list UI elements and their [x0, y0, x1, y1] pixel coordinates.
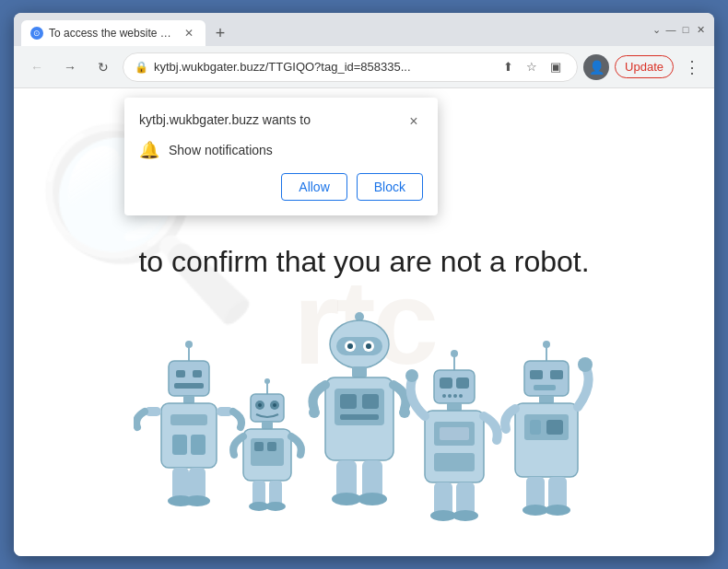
svg-rect-10: [191, 435, 205, 455]
dialog-header: kytbj.wukbgater.buzz wants to ×: [139, 112, 423, 131]
svg-point-48: [399, 407, 410, 418]
svg-point-40: [366, 343, 371, 349]
page-main-text: to confirm that you are not a robot.: [14, 245, 714, 279]
tab-title: To access the website click the "A: [49, 27, 176, 40]
title-bar: ⊙ To access the website click the "A ✕ +…: [14, 13, 714, 46]
svg-rect-28: [267, 442, 276, 451]
svg-rect-56: [440, 377, 452, 389]
dialog-notification-row: 🔔 Show notifications: [139, 140, 423, 160]
svg-point-18: [264, 378, 270, 384]
svg-rect-46: [340, 414, 379, 420]
svg-point-60: [453, 394, 457, 398]
share-icon-button[interactable]: ⬆: [498, 57, 518, 77]
back-button[interactable]: ←: [23, 53, 51, 81]
robots-illustration: [134, 308, 594, 547]
tab-area: ⊙ To access the website click the "A ✕ +: [21, 13, 639, 46]
minimize-button[interactable]: —: [664, 23, 677, 36]
bookmark-icon-button[interactable]: ☆: [522, 57, 542, 77]
svg-point-83: [578, 357, 593, 372]
svg-point-58: [442, 394, 446, 398]
bell-icon: 🔔: [139, 140, 159, 160]
address-actions: ⬆ ☆ ▣: [498, 57, 566, 77]
svg-rect-57: [456, 377, 469, 389]
svg-rect-45: [362, 394, 379, 409]
browser-window: ⊙ To access the website click the "A ✕ +…: [14, 13, 714, 556]
dialog-title: kytbj.wukbgater.buzz wants to: [139, 112, 311, 127]
profile-button[interactable]: 👤: [583, 54, 609, 80]
svg-rect-13: [172, 468, 189, 500]
svg-rect-7: [161, 403, 217, 468]
nav-bar: ← → ↻ 🔒 kytbj.wukbgater.buzz/TTGIQO?tag_…: [14, 46, 714, 88]
dialog-buttons: Allow Block: [139, 173, 423, 201]
svg-rect-82: [546, 420, 563, 435]
svg-rect-4: [193, 370, 202, 377]
svg-rect-2: [169, 361, 209, 396]
svg-rect-44: [340, 394, 357, 409]
svg-point-39: [347, 343, 353, 349]
svg-rect-78: [539, 396, 554, 403]
svg-point-23: [273, 403, 276, 407]
svg-point-52: [358, 493, 387, 505]
maximize-button[interactable]: □: [679, 23, 692, 36]
address-bar[interactable]: 🔒 kytbj.wukbgater.buzz/TTGIQO?tag_id=858…: [123, 52, 578, 82]
chevron-down-button[interactable]: ⌄: [650, 23, 663, 36]
svg-point-73: [543, 341, 550, 348]
svg-point-59: [448, 394, 452, 398]
menu-button[interactable]: ⋮: [679, 54, 705, 80]
notification-dialog: kytbj.wukbgater.buzz wants to × 🔔 Show n…: [124, 98, 438, 215]
svg-point-16: [184, 495, 210, 506]
allow-button[interactable]: Allow: [281, 173, 346, 201]
svg-rect-65: [440, 427, 469, 440]
svg-point-70: [430, 510, 456, 521]
dialog-close-button[interactable]: ×: [405, 112, 423, 131]
favicon-icon: ⊙: [33, 29, 41, 38]
svg-rect-24: [262, 422, 273, 429]
window-controls: ⌄ — □ ✕: [650, 23, 707, 36]
svg-point-32: [265, 502, 286, 511]
svg-point-61: [459, 394, 463, 398]
svg-rect-3: [176, 370, 185, 377]
svg-point-54: [451, 350, 458, 357]
robots-svg: [134, 308, 594, 547]
svg-rect-62: [447, 403, 462, 411]
lock-icon: 🔒: [135, 61, 148, 74]
svg-rect-27: [254, 442, 264, 451]
tab-favicon: ⊙: [30, 27, 43, 40]
page-content: rtc 🔍 kytbj.wukbgater.buzz wants to × 🔔 …: [14, 88, 714, 556]
url-text: kytbj.wukbgater.buzz/TTGIQO?tag_id=85833…: [154, 60, 492, 74]
update-button[interactable]: Update: [615, 55, 674, 78]
svg-rect-6: [183, 396, 194, 403]
browser-tab[interactable]: ⊙ To access the website click the "A ✕: [21, 20, 205, 46]
svg-point-47: [309, 407, 320, 418]
svg-rect-8: [170, 414, 207, 425]
svg-point-51: [332, 493, 361, 505]
block-button[interactable]: Block: [357, 173, 423, 201]
svg-rect-66: [434, 453, 475, 471]
svg-rect-76: [550, 370, 563, 379]
svg-point-67: [405, 369, 418, 382]
new-tab-button[interactable]: +: [207, 20, 233, 46]
svg-point-86: [523, 505, 548, 516]
svg-rect-63: [425, 411, 484, 482]
forward-button[interactable]: →: [56, 53, 84, 81]
reload-button[interactable]: ↻: [89, 53, 117, 81]
notification-label: Show notifications: [169, 143, 273, 157]
svg-rect-81: [530, 420, 541, 435]
svg-point-1: [185, 341, 193, 348]
tab-close-button[interactable]: ✕: [182, 26, 196, 41]
svg-rect-14: [189, 468, 205, 500]
svg-rect-41: [352, 366, 367, 377]
svg-point-87: [545, 505, 570, 516]
svg-rect-77: [534, 385, 556, 390]
svg-point-22: [258, 403, 262, 407]
svg-point-71: [452, 510, 478, 521]
svg-rect-5: [174, 383, 204, 389]
svg-rect-36: [336, 337, 382, 355]
close-button[interactable]: ✕: [694, 23, 707, 36]
svg-rect-75: [530, 370, 543, 379]
svg-rect-9: [172, 435, 187, 455]
split-view-icon-button[interactable]: ▣: [546, 57, 566, 77]
